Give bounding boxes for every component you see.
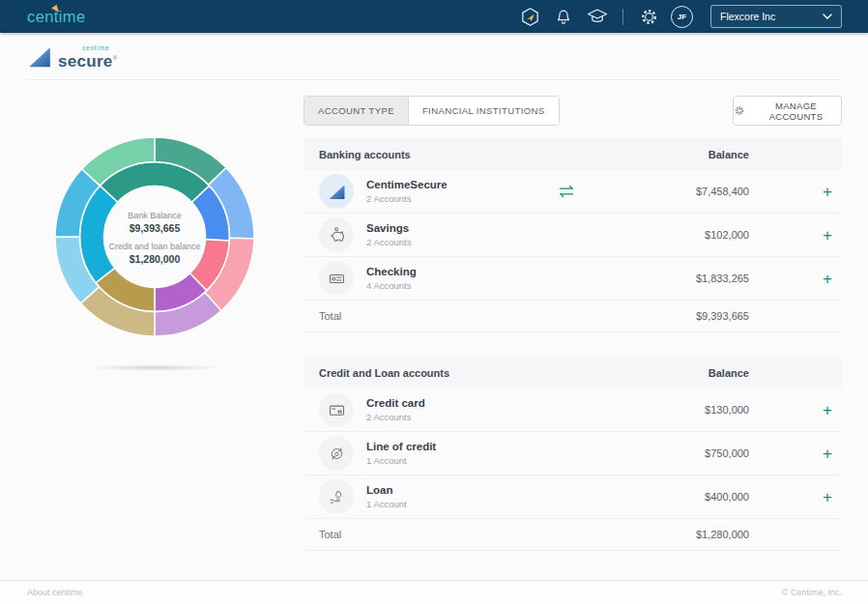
add-account-button[interactable]: + — [749, 489, 842, 505]
checking-checkbook-icon — [319, 261, 354, 296]
account-name-cell: Loan 1 Account — [366, 484, 407, 509]
user-avatar[interactable]: JF — [671, 6, 693, 28]
account-balance: $7,458,400 — [448, 186, 749, 197]
table-row-line-of-credit: Line of credit 1 Account $750,000 + — [304, 432, 842, 475]
manage-accounts-button[interactable]: MANAGE ACCOUNTS — [733, 96, 842, 126]
total-label: Total — [319, 529, 341, 540]
account-name: CentimeSecure — [366, 179, 448, 190]
account-name-cell: Savings 2 Accounts — [366, 222, 411, 247]
about-centime-link[interactable]: About centime — [27, 588, 83, 597]
loan-moneybag-icon — [319, 479, 354, 514]
credit-total-value: $1,280,000 — [341, 529, 749, 540]
account-name: Loan — [366, 484, 407, 496]
topbar: centime — [0, 0, 868, 33]
account-name-cell: CentimeSecure 2 Accounts — [366, 179, 448, 204]
credit-loan-accounts-table: Credit and Loan accounts Balance Credit … — [304, 357, 842, 551]
banking-total-row: Total $9,393,665 — [304, 301, 842, 332]
notifications-bell-icon[interactable] — [552, 5, 575, 28]
company-selector[interactable]: Flexcore Inc — [710, 5, 842, 28]
add-account-button[interactable]: + — [749, 227, 842, 244]
header-divider — [27, 79, 842, 80]
table-row-credit-card: Credit card 2 Accounts $130,000 + — [304, 388, 842, 432]
credit-card-icon — [319, 392, 354, 427]
bank-balance-value: $9,393,665 — [87, 222, 222, 234]
donut-shadow — [87, 364, 222, 371]
centime-secure-logo: centime secure® — [27, 44, 117, 70]
account-name: Checking — [366, 266, 417, 277]
account-name-cell: Checking 4 Accounts — [366, 266, 417, 291]
app-root: centime — [0, 0, 868, 604]
view-tabs: ACCOUNT TYPE FINANCIAL INSTITUTIONS — [304, 96, 560, 126]
account-name-cell: Credit card 2 Accounts — [366, 397, 425, 422]
total-label: Total — [319, 310, 341, 322]
account-count: 1 Account — [366, 455, 436, 466]
account-name: Savings — [366, 222, 411, 234]
banking-title: Banking accounts — [319, 149, 411, 160]
centime-logo[interactable]: centime — [27, 8, 86, 26]
account-name: Credit card — [366, 397, 425, 409]
account-count: 1 Account — [366, 499, 407, 509]
account-count: 4 Accounts — [366, 280, 417, 291]
add-account-button[interactable]: + — [749, 271, 842, 287]
credit-table-header: Credit and Loan accounts Balance — [304, 357, 842, 388]
credit-total-row: Total $1,280,000 — [304, 519, 842, 551]
topbar-actions: JF Flexcore Inc — [518, 5, 842, 28]
banking-accounts-table: Banking accounts Balance CentimeSecure 2… — [304, 138, 842, 332]
table-row-savings: Savings 2 Accounts $102,000 + — [304, 214, 842, 257]
add-account-button[interactable]: + — [749, 184, 842, 200]
copyright-text: © Centime, Inc. — [782, 588, 842, 597]
centimesecure-logo-icon — [319, 174, 354, 209]
banking-table-header: Banking accounts Balance — [304, 138, 842, 170]
chevron-down-icon — [823, 14, 832, 19]
account-balance: $400,000 — [407, 491, 749, 503]
credit-balance-value: $1,280,000 — [87, 253, 222, 265]
account-balance: $750,000 — [436, 447, 749, 459]
account-balance: $1,833,265 — [417, 273, 749, 284]
add-account-button[interactable]: + — [749, 402, 842, 418]
table-row-loan: Loan 1 Account $400,000 + — [304, 475, 842, 519]
table-row-checking: Checking 4 Accounts $1,833,265 + — [304, 257, 842, 301]
credit-balance-label: Credit and loan balance — [87, 242, 222, 251]
education-cap-icon[interactable] — [586, 5, 609, 28]
add-account-button[interactable]: + — [749, 446, 842, 462]
secure-triangle-icon — [27, 44, 52, 70]
account-balance: $130,000 — [425, 404, 749, 416]
savings-piggy-icon — [319, 217, 354, 252]
table-row-centimesecure: CentimeSecure 2 Accounts $7,458,400 + — [304, 170, 842, 214]
topbar-divider — [622, 9, 623, 25]
registered-mark: ® — [113, 55, 118, 61]
footer: About centime © Centime, Inc. — [0, 580, 868, 604]
manage-gear-icon — [734, 104, 745, 117]
bank-balance-label: Bank Balance — [87, 211, 222, 220]
account-name-cell: Line of credit 1 Account — [366, 441, 436, 466]
assistant-hexagon-icon[interactable] — [518, 5, 541, 28]
settings-gear-icon[interactable] — [637, 5, 660, 28]
banking-total-value: $9,393,665 — [341, 310, 749, 322]
banking-balance-header: Balance — [411, 149, 749, 160]
avatar-initials: JF — [678, 13, 686, 21]
account-count: 2 Accounts — [366, 193, 448, 204]
account-balance: $102,000 — [411, 229, 749, 241]
tab-account-type[interactable]: ACCOUNT TYPE — [304, 97, 408, 125]
secure-wordmark: centime secure® — [58, 45, 117, 71]
secure-main-text: secure® — [58, 53, 117, 70]
transfer-funds-icon[interactable] — [559, 185, 574, 201]
account-name: Line of credit — [366, 441, 436, 452]
company-selector-value: Flexcore Inc — [720, 11, 775, 22]
secure-small-text: centime — [82, 45, 109, 52]
donut-center-labels: Bank Balance $9,393,665 Credit and loan … — [87, 211, 222, 265]
credit-title: Credit and Loan accounts — [319, 367, 449, 379]
account-count: 2 Accounts — [366, 237, 411, 247]
manage-accounts-label: MANAGE ACCOUNTS — [751, 101, 841, 122]
account-count: 2 Accounts — [366, 412, 425, 422]
line-of-credit-icon — [319, 436, 354, 471]
tab-financial-institutions[interactable]: FINANCIAL INSTITUTIONS — [408, 97, 559, 125]
credit-balance-header: Balance — [449, 367, 749, 379]
